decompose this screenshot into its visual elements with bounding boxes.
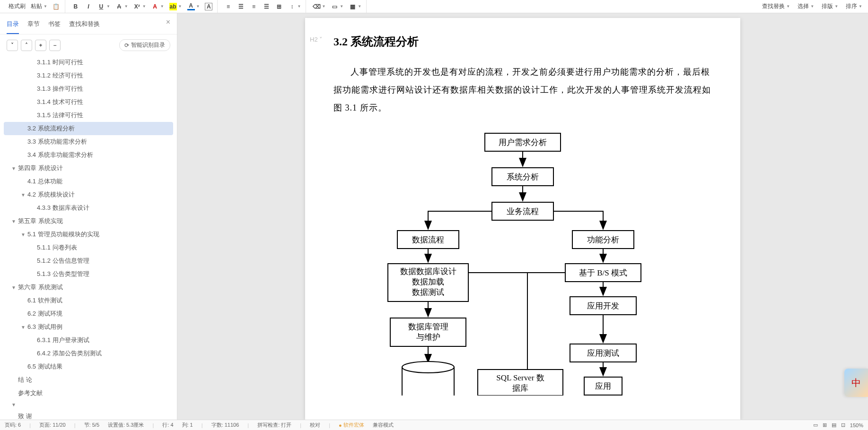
- status-mode: 兼容模式: [373, 421, 394, 429]
- toc-item[interactable]: 3.2 系统流程分析: [4, 122, 173, 135]
- toc-item[interactable]: 6.2 测试环境: [4, 307, 173, 320]
- highlight-button[interactable]: ab▼: [167, 2, 184, 11]
- table-button[interactable]: ▦▼: [347, 2, 363, 11]
- align-left-button[interactable]: ≡: [222, 2, 234, 11]
- strikethrough-button[interactable]: A▼: [114, 2, 130, 11]
- close-icon[interactable]: ×: [166, 18, 170, 26]
- zoom-level[interactable]: 150%: [850, 422, 863, 428]
- toc-item[interactable]: 3.1.2 经济可行性: [4, 69, 173, 82]
- font-color-button[interactable]: A▼: [149, 2, 166, 11]
- line-spacing-button[interactable]: ↕▼: [286, 2, 303, 11]
- status-page-total[interactable]: 页面: 11/20: [39, 421, 66, 429]
- toc-item[interactable]: ▼5.1 管理员功能模块的实现: [4, 228, 173, 241]
- toc-item[interactable]: 4.3.3 数据库表设计: [4, 201, 173, 215]
- toc-item-label: 3.3 系统功能需求分析: [27, 138, 87, 146]
- toc-item[interactable]: ▼: [4, 400, 173, 410]
- format-painter-button[interactable]: 格式刷: [7, 1, 27, 11]
- toc-item-label: 6.4.2 添加公告类别测试: [37, 349, 102, 358]
- status-spell[interactable]: 拼写检查: 打开: [257, 421, 291, 429]
- clipboard-button[interactable]: 📋: [51, 2, 62, 11]
- svg-point-35: [402, 361, 454, 373]
- document-scroll[interactable]: H2 ˅ 3.2 系统流程分析 人事管理系统的开发也是有对应的流程，开发之前必须…: [177, 13, 868, 420]
- find-replace-button[interactable]: 查找替换▼: [760, 1, 792, 11]
- toc-item[interactable]: 6.3.1 用户登录测试: [4, 334, 173, 347]
- status-proof[interactable]: 校对: [310, 421, 320, 429]
- strikethrough-icon: A: [115, 3, 123, 10]
- status-words[interactable]: 字数: 11106: [211, 421, 239, 429]
- toc-item[interactable]: 5.1.1 问卷列表: [4, 241, 173, 254]
- toc-item[interactable]: 6.5 测试结果: [4, 360, 173, 373]
- view-read-button[interactable]: ⊡: [841, 422, 845, 428]
- toc-item[interactable]: 3.1.3 操作可行性: [4, 82, 173, 95]
- svg-text:基于 B/S 模式: 基于 B/S 模式: [579, 268, 627, 277]
- status-bar: 页码: 6 | 页面: 11/20 | 节: 5/5 设置值: 5.3厘米 | …: [0, 420, 868, 430]
- svg-text:数据测试: 数据测试: [412, 288, 444, 297]
- tab-bookmark[interactable]: 书签: [48, 18, 61, 34]
- toc-item[interactable]: 参考文献: [4, 387, 173, 400]
- svg-text:数据数据库设计: 数据数据库设计: [400, 267, 456, 276]
- align-center-button[interactable]: ☰: [235, 2, 246, 11]
- justify-icon: ☰: [263, 3, 270, 10]
- layout-button[interactable]: 排版▼: [820, 1, 840, 11]
- toc-item-label: 第六章 系统测试: [18, 283, 63, 292]
- collapse-button[interactable]: ˅: [7, 40, 18, 51]
- svg-text:应用: 应用: [595, 382, 611, 391]
- expand-button[interactable]: ˄: [21, 40, 32, 51]
- toc-item[interactable]: 结 论: [4, 373, 173, 387]
- toc-item[interactable]: 5.1.2 公告信息管理: [4, 254, 173, 267]
- toc-item[interactable]: ▼4.2 系统模块设计: [4, 188, 173, 201]
- svg-text:业务流程: 业务流程: [507, 207, 539, 216]
- panel-tabs: 目录 章节 书签 查找和替换 ×: [0, 13, 177, 34]
- tab-toc[interactable]: 目录: [7, 18, 19, 34]
- paste-button[interactable]: 粘贴▼: [29, 1, 49, 11]
- toc-item-label: 5.1.2 公告信息管理: [37, 257, 89, 265]
- view-web-button[interactable]: ▤: [832, 422, 836, 428]
- tab-chapter[interactable]: 章节: [27, 18, 40, 34]
- toc-tree[interactable]: 3.1.1 时间可行性3.1.2 经济可行性3.1.3 操作可行性3.1.4 技…: [0, 56, 177, 420]
- toc-item[interactable]: 6.1 软件测试: [4, 294, 173, 307]
- sort-button[interactable]: 排序▼: [844, 1, 864, 11]
- toc-item[interactable]: ▼6.3 测试用例: [4, 320, 173, 334]
- toc-item-label: 6.3 测试用例: [27, 323, 62, 331]
- toc-item[interactable]: 3.1.5 法律可行性: [4, 109, 173, 122]
- clipboard-icon: 📋: [53, 3, 60, 10]
- char-shading-icon: A: [205, 3, 212, 10]
- view-outline-button[interactable]: ⊞: [823, 422, 827, 428]
- tab-find[interactable]: 查找和替换: [69, 18, 100, 34]
- add-button[interactable]: +: [35, 40, 46, 51]
- ime-badge[interactable]: 中: [844, 369, 868, 397]
- toc-item[interactable]: 致 谢: [4, 410, 173, 420]
- toc-item[interactable]: 6.4.2 添加公告类别测试: [4, 347, 173, 360]
- shape-button[interactable]: ▭▼: [329, 2, 345, 11]
- select-button[interactable]: 选择▼: [796, 1, 816, 11]
- superscript-button[interactable]: X²▼: [132, 2, 148, 11]
- distribute-button[interactable]: ⊞: [273, 2, 285, 11]
- char-shading-button[interactable]: A: [203, 2, 214, 11]
- chevron-icon: ▼: [11, 402, 18, 407]
- toc-item[interactable]: 3.1.1 时间可行性: [4, 56, 173, 69]
- italic-button[interactable]: I: [83, 2, 94, 11]
- underline-button[interactable]: U▼: [96, 2, 112, 11]
- align-right-button[interactable]: ≡: [248, 2, 259, 11]
- justify-button[interactable]: ☰: [261, 2, 272, 11]
- bold-button[interactable]: B: [70, 2, 81, 11]
- toc-item[interactable]: ▼第四章 系统设计: [4, 162, 173, 175]
- toc-item[interactable]: 3.3 系统功能需求分析: [4, 135, 173, 148]
- toc-item[interactable]: 4.1 总体功能: [4, 175, 173, 188]
- toc-item-label: 4.2 系统模块设计: [27, 190, 75, 199]
- line-spacing-icon: ↕: [288, 3, 296, 10]
- chevron-icon: ▼: [21, 232, 27, 237]
- status-page[interactable]: 页码: 6: [5, 421, 21, 429]
- toc-item[interactable]: 3.4 系统非功能需求分析: [4, 148, 173, 162]
- text-color-button[interactable]: A▼: [185, 2, 202, 11]
- align-left-icon: ≡: [224, 3, 232, 10]
- eraser-button[interactable]: ⌫▼: [311, 2, 327, 11]
- toc-item[interactable]: ▼第五章 系统实现: [4, 215, 173, 228]
- toc-item[interactable]: 5.1.3 公告类型管理: [4, 267, 173, 281]
- remove-button[interactable]: −: [49, 40, 61, 51]
- toc-item[interactable]: 3.1.4 技术可行性: [4, 95, 173, 109]
- smart-toc-button[interactable]: ⟳智能识别目录: [119, 39, 170, 51]
- view-page-button[interactable]: ▭: [813, 422, 818, 428]
- toc-item[interactable]: ▼第六章 系统测试: [4, 281, 173, 294]
- superscript-icon: X²: [133, 3, 141, 10]
